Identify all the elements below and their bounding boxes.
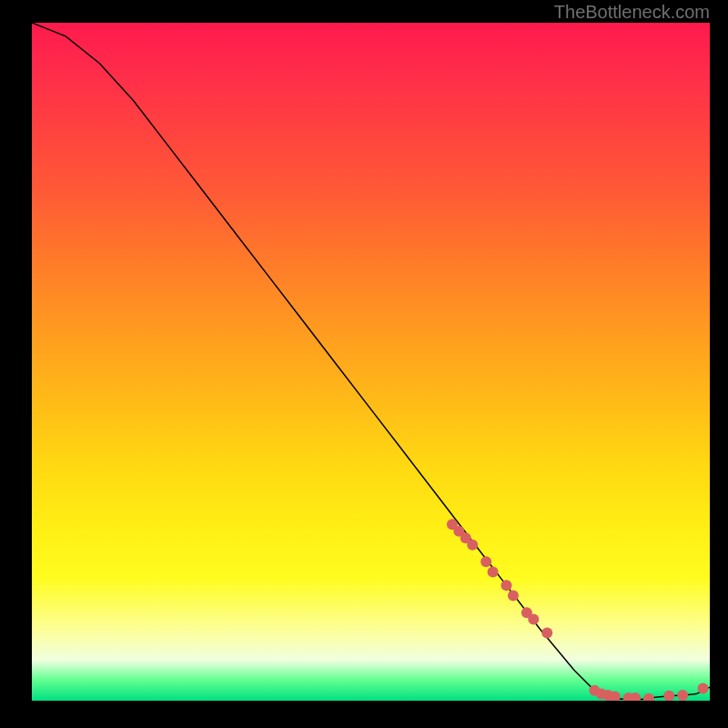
data-marker	[488, 566, 499, 577]
chart-svg	[32, 23, 710, 701]
data-marker	[643, 693, 654, 701]
data-marker	[541, 628, 552, 639]
data-marker	[677, 690, 688, 701]
bottleneck-curve-line	[32, 23, 710, 700]
data-marker	[508, 591, 519, 602]
data-marker	[663, 691, 674, 701]
watermark-text: TheBottleneck.com	[554, 2, 710, 23]
data-marker	[480, 556, 491, 567]
data-marker	[528, 614, 539, 625]
data-marker	[501, 580, 512, 591]
data-marker	[698, 683, 709, 694]
plot-area	[32, 23, 710, 701]
data-marker	[467, 540, 478, 551]
